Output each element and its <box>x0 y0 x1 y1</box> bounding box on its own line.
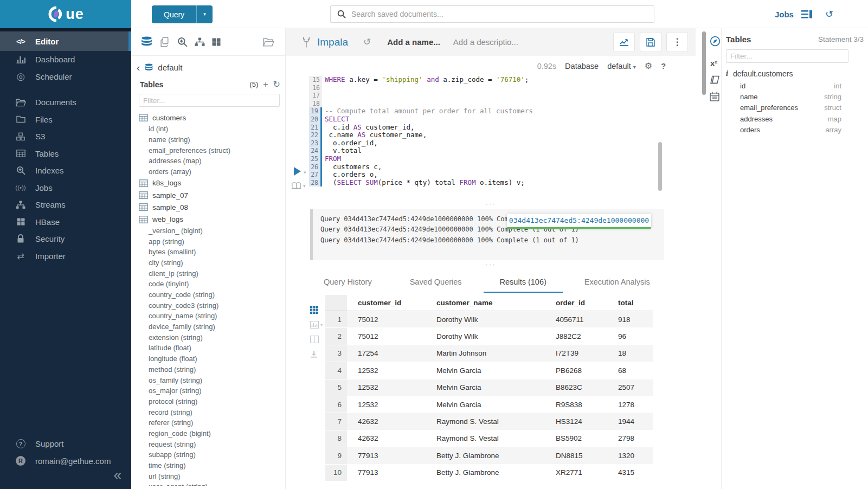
query-history-icon[interactable]: ↺ <box>825 8 833 20</box>
sidebar-item-tables[interactable]: Tables <box>0 145 131 163</box>
assist-column[interactable]: user_agent (string) <box>131 481 285 486</box>
hue-logo[interactable]: ue <box>0 0 131 28</box>
assist-column[interactable]: os_major (string) <box>131 385 285 396</box>
functions-icon[interactable]: x² <box>710 59 721 68</box>
assist-column[interactable]: bytes (smallint) <box>131 247 285 258</box>
table-row[interactable]: 842632Raymond S. VestalBS59022798 <box>325 430 653 447</box>
add-table-icon[interactable]: + <box>263 80 268 89</box>
table-row[interactable]: 512532Melvin GarciaB8623C2507 <box>325 379 653 396</box>
sidebar-item-dashboard[interactable]: Dashboard <box>0 51 131 68</box>
sidebar-item-scheduler[interactable]: ◎Scheduler <box>0 68 131 86</box>
info-icon[interactable]: i <box>726 69 728 78</box>
editor-scrollbar[interactable] <box>658 142 662 191</box>
assist-column[interactable]: email_preferences (struct) <box>131 145 285 156</box>
column-header[interactable]: customer_name <box>426 299 545 307</box>
save-button[interactable] <box>640 32 661 52</box>
apps-grid-icon[interactable] <box>212 38 221 46</box>
assist-column[interactable]: os_family (string) <box>131 375 285 386</box>
right-filter-input[interactable] <box>730 52 844 60</box>
resize-handle-bottom[interactable]: ··· <box>286 262 696 267</box>
resize-handle-top[interactable]: ··· <box>286 202 696 206</box>
assist-column[interactable]: id (int) <box>131 124 285 134</box>
sidebar-item-editor[interactable]: </>Editor <box>0 31 131 51</box>
sidebar-item-support[interactable]: ? Support <box>0 435 131 453</box>
sidebar-item-files[interactable]: Files <box>0 111 131 128</box>
grid-view-icon[interactable] <box>310 306 318 314</box>
sidebar-item-streams[interactable]: Streams <box>0 196 131 214</box>
zoom-plus-icon[interactable] <box>177 37 188 47</box>
column-header[interactable]: total <box>607 299 653 307</box>
chevron-left-icon[interactable]: ‹ <box>137 64 140 72</box>
right-column-email_preferences[interactable]: email_preferencesstruct <box>726 102 868 113</box>
sidebar-item-documents[interactable]: Documents <box>0 94 131 111</box>
database-selector[interactable]: default ▾ <box>607 62 636 70</box>
database-name[interactable]: default <box>158 63 182 72</box>
sidebar-item-jobs[interactable]: ((•))Jobs <box>0 179 131 197</box>
assist-column[interactable]: request (string) <box>131 439 285 450</box>
assist-column[interactable]: referer (string) <box>131 417 285 428</box>
settings-gear-icon[interactable]: ⚙ <box>645 61 652 71</box>
assist-column[interactable]: url (string) <box>131 471 285 482</box>
table-row[interactable]: 317254Martin JohnsonI72T3918 <box>325 345 653 362</box>
sidebar-item-importer[interactable]: ⇄Importer <box>0 248 131 265</box>
sidebar-item-hbase[interactable]: HBase <box>0 214 131 231</box>
tab-query-history[interactable]: Query History <box>307 272 388 293</box>
assistant-compass-icon[interactable] <box>710 36 721 47</box>
assist-column[interactable]: name (string) <box>131 134 285 145</box>
table-row[interactable]: 412532Melvin GarciaPB626868 <box>325 362 653 379</box>
assist-column[interactable]: orders (array) <box>131 166 285 177</box>
sidebar-item-user[interactable]: R romain@gethue.com <box>0 453 131 470</box>
assist-table-web_logs[interactable]: web_logs <box>131 214 285 226</box>
assist-column[interactable]: subapp (string) <box>131 449 285 460</box>
assist-column[interactable]: country_code (string) <box>131 289 285 300</box>
assist-column[interactable]: longitude (float) <box>131 353 285 364</box>
engine-name[interactable]: Impala <box>317 36 348 48</box>
jobs-list-icon[interactable] <box>801 10 812 18</box>
new-query-button[interactable]: Query ▾ <box>152 5 213 23</box>
help-icon[interactable]: ? <box>661 62 666 70</box>
document-search[interactable] <box>330 5 654 23</box>
assist-column[interactable]: time (string) <box>131 460 285 471</box>
assist-table-sample_08[interactable]: sample_08 <box>131 201 285 213</box>
assist-table-k8s_logs[interactable]: k8s_logs <box>131 177 285 189</box>
column-header[interactable]: order_id <box>545 299 607 307</box>
tab-saved-queries[interactable]: Saved Queries <box>394 272 478 293</box>
snippet-explain-icon[interactable]: ▾ <box>292 182 306 190</box>
language-reference-icon[interactable] <box>710 75 721 84</box>
assist-table-sample_07[interactable]: sample_07 <box>131 189 285 201</box>
assist-column[interactable]: region_code (bigint) <box>131 428 285 439</box>
tab-execution-analysis[interactable]: Execution Analysis <box>568 272 666 293</box>
assist-column[interactable]: record (string) <box>131 407 285 418</box>
sitemap-icon[interactable] <box>195 37 205 47</box>
execute-button[interactable] <box>294 167 301 176</box>
table-row[interactable]: 977913Betty J. GiambroneDN88151320 <box>325 447 653 464</box>
table-row[interactable]: 1077913Betty J. GiambroneXR27714315 <box>325 465 653 481</box>
table-row[interactable]: 742632Raymond S. VestalHS31241944 <box>325 413 653 430</box>
documents-assist-icon[interactable] <box>160 37 170 47</box>
table-row[interactable]: 175012Dorothy Wilk4056711918 <box>325 311 653 328</box>
assist-filter-input[interactable] <box>143 96 275 105</box>
right-column-id[interactable]: idint <box>726 80 868 91</box>
assist-column[interactable]: device_family (string) <box>131 321 285 332</box>
assist-column[interactable]: method (string) <box>131 364 285 375</box>
assist-column[interactable]: city (string) <box>131 258 285 268</box>
assist-column[interactable]: _version_ (bigint) <box>131 226 285 236</box>
right-column-orders[interactable]: ordersarray <box>726 124 868 135</box>
database-breadcrumb[interactable]: ‹ default <box>137 63 285 72</box>
table-row[interactable]: 275012Dorothy WilkJ882C296 <box>325 328 653 345</box>
assist-column[interactable]: app (string) <box>131 236 285 247</box>
download-icon[interactable] <box>310 350 318 358</box>
active-table-name[interactable]: default.customers <box>733 69 793 78</box>
sql-code-editor[interactable]: 15WHERE a.key = 'shipping' and a.zip_cod… <box>286 76 696 186</box>
sidebar-item-security[interactable]: Security <box>0 230 131 248</box>
assist-column[interactable]: code (tinyint) <box>131 279 285 289</box>
active-table-row[interactable]: i default.customers <box>726 69 868 78</box>
projects-folder-icon[interactable] <box>263 37 274 47</box>
assist-column[interactable]: country_name (string) <box>131 311 285 321</box>
right-column-name[interactable]: namestring <box>726 91 868 102</box>
tab-results-106-[interactable]: Results (106) <box>484 272 563 293</box>
chart-view-icon[interactable]: ▾ <box>310 321 323 329</box>
assist-filter[interactable] <box>139 94 280 107</box>
right-column-addresses[interactable]: addressesmap <box>726 113 868 124</box>
search-input[interactable] <box>351 10 647 18</box>
